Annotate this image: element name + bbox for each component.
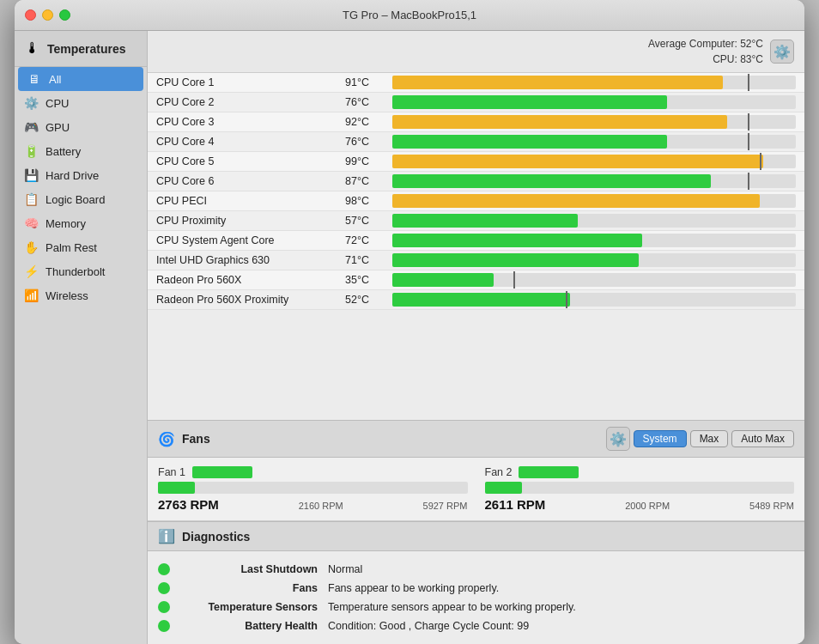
sidebar-icon-5: 📋 — [23, 192, 39, 206]
temp-row-0: CPU Core 1 91°C — [148, 73, 804, 93]
fan2-speed-row: 2611 RPM 2000 RPM 5489 RPM — [485, 497, 795, 512]
temp-name-11: Radeon Pro 560X Proximity — [156, 294, 345, 306]
avg-computer-line: Average Computer: 52°C — [648, 36, 763, 52]
diag-icon: ℹ️ — [158, 528, 175, 544]
diag-row-1: Fans Fans appear to be working properly. — [158, 579, 794, 598]
temp-bar-10 — [392, 273, 494, 287]
fan1-current-rpm: 2763 RPM — [158, 497, 219, 512]
temp-bar-6 — [392, 194, 760, 208]
temp-row-3: CPU Core 4 76°C — [148, 132, 804, 152]
fan-btn-system[interactable]: System — [634, 430, 687, 447]
sidebar-label-6: Memory — [46, 217, 86, 230]
sidebar-item-logic-board[interactable]: 📋 Logic Board — [15, 187, 147, 211]
temp-name-0: CPU Core 1 — [156, 76, 345, 88]
diag-dot-2 — [158, 601, 170, 613]
temp-bar-9 — [392, 253, 639, 267]
sidebar-header-label: Temperatures — [47, 42, 126, 56]
temp-row-1: CPU Core 2 76°C — [148, 93, 804, 112]
temp-bar-0 — [392, 76, 723, 89]
sidebar-item-gpu[interactable]: 🎮 GPU — [15, 115, 147, 139]
temp-name-2: CPU Core 3 — [156, 116, 345, 128]
sidebar-icon-2: 🎮 — [23, 120, 39, 134]
minimize-button[interactable] — [42, 9, 53, 21]
sidebar-icon-0: 🖥 — [27, 72, 42, 86]
fan1-min-rpm: 2160 RPM — [299, 501, 343, 511]
sidebar-item-wireless[interactable]: 📶 Wireless — [15, 283, 147, 307]
sidebar-item-palm-rest[interactable]: ✋ Palm Rest — [15, 235, 147, 259]
main-panel: Average Computer: 52°C CPU: 83°C ⚙️ CPU … — [148, 31, 804, 644]
sidebar-items: 🖥 All ⚙️ CPU 🎮 GPU 🔋 Battery 💾 Hard Driv… — [15, 67, 147, 307]
temperature-table: CPU Core 1 91°C CPU Core 2 76°C CPU Core… — [148, 73, 804, 420]
fan-btn-auto-max[interactable]: Auto Max — [731, 430, 794, 447]
sidebar-item-memory[interactable]: 🧠 Memory — [15, 211, 147, 235]
tick-mark — [748, 133, 749, 150]
avg-cpu-line: CPU: 83°C — [648, 52, 763, 67]
temp-row-7: CPU Proximity 57°C — [148, 211, 804, 231]
sidebar-item-cpu[interactable]: ⚙️ CPU — [15, 91, 147, 115]
temp-value-4: 99°C — [345, 155, 392, 167]
temp-row-8: CPU System Agent Core 72°C — [148, 231, 804, 251]
fans-header-left: 🌀 Fans — [158, 431, 210, 447]
sidebar-label-2: GPU — [46, 121, 70, 134]
temp-row-6: CPU PECI 98°C — [148, 191, 804, 211]
sidebar-item-hard-drive[interactable]: 💾 Hard Drive — [15, 163, 147, 187]
fan2-max-rpm: 5489 RPM — [749, 501, 794, 511]
temp-name-6: CPU PECI — [156, 195, 345, 207]
temp-row-11: Radeon Pro 560X Proximity 52°C — [148, 290, 804, 310]
fan2-current-rpm: 2611 RPM — [485, 497, 546, 512]
temp-value-11: 52°C — [345, 294, 392, 306]
temp-name-1: CPU Core 2 — [156, 96, 345, 108]
temp-bar-5 — [392, 174, 711, 188]
sidebar-item-thunderbolt[interactable]: ⚡ Thunderbolt — [15, 259, 147, 283]
temp-bar-container-2 — [392, 115, 796, 129]
fan-buttons: ⚙️SystemMaxAuto Max — [606, 427, 794, 451]
diag-row-2: Temperature Sensors Temperature sensors … — [158, 598, 794, 617]
temp-name-3: CPU Core 4 — [156, 136, 345, 148]
temp-bar-container-7 — [392, 214, 796, 228]
temp-bar-container-1 — [392, 95, 796, 109]
avg-computer-label: Average Computer: — [648, 38, 737, 50]
fans-settings-button[interactable]: ⚙️ — [606, 427, 630, 451]
title-bar: TG Pro – MacBookPro15,1 — [15, 0, 804, 31]
fan1-mini-bar — [192, 466, 252, 478]
settings-button[interactable]: ⚙️ — [770, 39, 794, 64]
diag-dot-3 — [158, 620, 170, 632]
sidebar-item-all[interactable]: 🖥 All — [18, 67, 143, 91]
temp-bar-container-8 — [392, 234, 796, 247]
fans-label: Fans — [182, 432, 210, 446]
sidebar-label-5: Logic Board — [46, 193, 105, 206]
temp-value-9: 71°C — [345, 254, 392, 266]
temp-value-2: 92°C — [345, 116, 392, 128]
fan2-panel: Fan 2 2611 RPM 2000 RPM 5489 RPM — [485, 466, 795, 512]
fullscreen-button[interactable] — [59, 9, 70, 21]
temp-row-10: Radeon Pro 560X 35°C — [148, 270, 804, 290]
sidebar-icon-4: 💾 — [23, 168, 39, 182]
temp-value-0: 91°C — [345, 76, 392, 88]
close-button[interactable] — [25, 9, 36, 21]
temp-row-5: CPU Core 6 87°C — [148, 172, 804, 191]
diag-value-0: Normal — [328, 563, 362, 575]
temp-bar-container-0 — [392, 76, 796, 89]
temp-name-4: CPU Core 5 — [156, 155, 345, 167]
sidebar-header: 🌡 Temperatures — [15, 31, 147, 67]
temp-name-5: CPU Core 6 — [156, 175, 345, 187]
temp-bar-container-6 — [392, 194, 796, 208]
sidebar: 🌡 Temperatures 🖥 All ⚙️ CPU 🎮 GPU 🔋 Batt… — [15, 31, 148, 644]
sidebar-icon-6: 🧠 — [23, 216, 39, 230]
sidebar-label-3: Battery — [46, 145, 81, 158]
diag-value-3: Condition: Good , Charge Cycle Count: 99 — [328, 620, 529, 632]
temp-row-9: Intel UHD Graphics 630 71°C — [148, 251, 804, 270]
temp-bar-7 — [392, 214, 578, 228]
avg-cpu-label: CPU: — [713, 53, 737, 65]
temp-bar-container-3 — [392, 135, 796, 149]
temp-name-10: Radeon Pro 560X — [156, 274, 345, 286]
temp-bar-2 — [392, 115, 727, 129]
sidebar-icon-1: ⚙️ — [23, 96, 39, 110]
avg-cpu-value: 83°C — [740, 53, 763, 65]
fan1-name: Fan 1 — [158, 466, 185, 478]
sidebar-item-battery[interactable]: 🔋 Battery — [15, 139, 147, 163]
diag-dot-0 — [158, 563, 170, 575]
diag-value-1: Fans appear to be working properly. — [328, 582, 499, 594]
fan2-mini-bar — [519, 466, 579, 478]
fan-btn-max[interactable]: Max — [690, 430, 729, 447]
